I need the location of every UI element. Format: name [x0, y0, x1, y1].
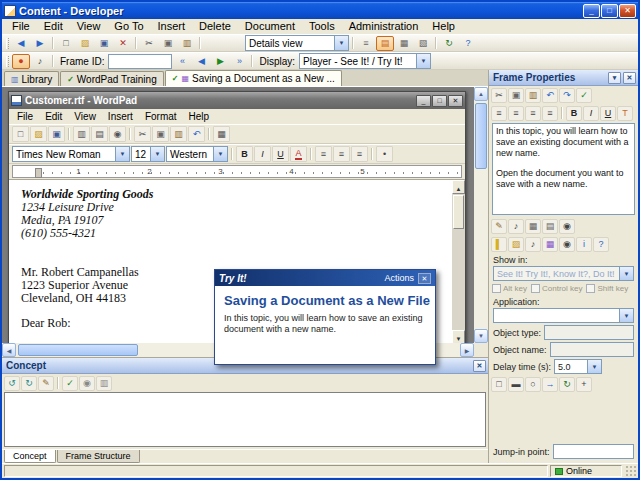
- paste-icon[interactable]: ▥: [525, 88, 541, 103]
- menu-item[interactable]: Help: [425, 19, 462, 34]
- frame-id-input[interactable]: [108, 54, 172, 69]
- wordpad-menu-item[interactable]: Edit: [39, 109, 68, 124]
- font-color-icon[interactable]: A: [290, 146, 307, 162]
- scroll-up-icon[interactable]: [452, 180, 465, 194]
- new-document-icon[interactable]: □: [57, 36, 75, 51]
- selection-icon[interactable]: □: [491, 377, 507, 392]
- menu-item[interactable]: Go To: [107, 19, 150, 34]
- chevron-down-icon[interactable]: [619, 309, 633, 322]
- scroll-up-icon[interactable]: [474, 87, 488, 101]
- template-icon[interactable]: ▤: [542, 219, 558, 234]
- wordpad-close-button[interactable]: ✕: [448, 95, 463, 107]
- bold-icon[interactable]: B: [236, 146, 253, 162]
- underline-icon[interactable]: U: [600, 106, 616, 121]
- preview-icon[interactable]: ◉: [79, 376, 95, 391]
- font-script-combo[interactable]: Western: [166, 146, 228, 162]
- help-icon[interactable]: ?: [593, 237, 609, 252]
- align-left-icon[interactable]: ≡: [491, 106, 507, 121]
- forward-icon[interactable]: ▶: [31, 36, 49, 51]
- arrow-icon[interactable]: →: [542, 377, 558, 392]
- delay-time-combo[interactable]: 5.0: [554, 359, 602, 374]
- redo-icon[interactable]: ↷: [559, 88, 575, 103]
- jump-in-point-input[interactable]: [553, 444, 634, 459]
- save-icon[interactable]: ▣: [95, 36, 113, 51]
- new-document-icon[interactable]: □: [12, 126, 29, 142]
- copy-icon[interactable]: ▣: [152, 126, 169, 142]
- sound-icon[interactable]: ♪: [31, 54, 49, 69]
- record-icon[interactable]: ●: [12, 54, 30, 69]
- menu-item[interactable]: Delete: [192, 19, 238, 34]
- back-icon[interactable]: ↺: [4, 376, 20, 391]
- wordpad-menu-item[interactable]: Format: [139, 109, 183, 124]
- open-icon[interactable]: ▨: [30, 126, 47, 142]
- font-size-combo[interactable]: 12: [131, 146, 165, 162]
- checkbox-icon[interactable]: [531, 284, 540, 293]
- scrollbar-track[interactable]: [474, 101, 488, 329]
- info-icon[interactable]: i: [576, 237, 592, 252]
- scrollbar-thumb[interactable]: [475, 103, 487, 169]
- last-frame-icon[interactable]: »: [230, 54, 248, 69]
- align-right-icon[interactable]: ≡: [351, 146, 368, 162]
- sound-icon[interactable]: ♪: [508, 219, 524, 234]
- menu-item[interactable]: Administration: [342, 19, 426, 34]
- menu-item[interactable]: Insert: [151, 19, 193, 34]
- resize-grip[interactable]: [624, 465, 637, 477]
- scrollbar-thumb[interactable]: [18, 344, 138, 356]
- spellcheck-icon[interactable]: ✓: [576, 88, 592, 103]
- chevron-down-icon[interactable]: [587, 360, 601, 373]
- toolbar-grip[interactable]: [6, 38, 9, 49]
- copy-icon[interactable]: ▣: [159, 36, 177, 51]
- concept-editor[interactable]: [4, 392, 486, 447]
- checkbox-icon[interactable]: [586, 284, 595, 293]
- application-combo[interactable]: [493, 308, 634, 323]
- forward-icon[interactable]: ↻: [21, 376, 37, 391]
- spellcheck-icon[interactable]: ✓: [62, 376, 78, 391]
- print-icon[interactable]: ▥: [96, 376, 112, 391]
- menu-item[interactable]: Edit: [37, 19, 70, 34]
- crosshair-icon[interactable]: +: [576, 377, 592, 392]
- frame-properties-header[interactable]: Frame Properties ▾✕: [489, 70, 638, 86]
- print-icon[interactable]: ▥: [73, 126, 90, 142]
- font-family-combo[interactable]: Times New Roman: [12, 146, 130, 162]
- menu-item[interactable]: Document: [238, 19, 302, 34]
- view-mode-combo[interactable]: Details view: [245, 35, 349, 51]
- panel-close-icon[interactable]: ✕: [473, 360, 486, 372]
- object-name-input[interactable]: [550, 342, 634, 357]
- align-right-icon[interactable]: ≡: [525, 106, 541, 121]
- help-icon[interactable]: ?: [459, 36, 477, 51]
- bold-icon[interactable]: B: [566, 106, 582, 121]
- undo-icon[interactable]: ↶: [188, 126, 205, 142]
- menu-item[interactable]: Tools: [302, 19, 342, 34]
- rectangle-icon[interactable]: ▬: [508, 377, 524, 392]
- tryit-popup-title-bar[interactable]: Try It! Actions ✕: [215, 270, 435, 286]
- bubble-text-editor[interactable]: In this topic, you will learn how to sav…: [492, 123, 635, 215]
- wordpad-vertical-scrollbar[interactable]: [452, 180, 465, 343]
- content-tab[interactable]: ✓WordPad Training: [60, 71, 164, 86]
- maximize-button[interactable]: □: [601, 4, 618, 18]
- image-icon[interactable]: ▦: [525, 219, 541, 234]
- preview-icon[interactable]: ◉: [559, 219, 575, 234]
- paste-icon[interactable]: ▥: [170, 126, 187, 142]
- bottom-tab[interactable]: Frame Structure: [57, 450, 140, 463]
- undo-icon[interactable]: ↶: [542, 88, 558, 103]
- save-icon[interactable]: ▣: [48, 126, 65, 142]
- scroll-left-icon[interactable]: [2, 343, 16, 357]
- toolbar-grip[interactable]: [6, 56, 9, 67]
- first-frame-icon[interactable]: «: [173, 54, 191, 69]
- highlight-icon[interactable]: ▌: [491, 237, 507, 252]
- object-type-input[interactable]: [544, 325, 634, 340]
- align-left-icon[interactable]: ≡: [315, 146, 332, 162]
- align-center-icon[interactable]: ≡: [508, 106, 524, 121]
- control-key-checkbox[interactable]: Control key: [531, 284, 582, 293]
- scroll-down-icon[interactable]: [474, 329, 488, 343]
- content-tab[interactable]: ✓▦Saving a Document as a New ...: [165, 70, 342, 86]
- find-icon[interactable]: ◉: [109, 126, 126, 142]
- scroll-right-icon[interactable]: [460, 343, 474, 357]
- justify-icon[interactable]: ≡: [542, 106, 558, 121]
- title-bar[interactable]: Content - Developer _□✕: [2, 2, 638, 19]
- play-icon[interactable]: ▶: [211, 54, 229, 69]
- list-view-icon[interactable]: ≡: [357, 36, 375, 51]
- ellipse-icon[interactable]: ○: [525, 377, 541, 392]
- edit-icon[interactable]: ✎: [38, 376, 54, 391]
- chevron-down-icon[interactable]: [213, 147, 227, 161]
